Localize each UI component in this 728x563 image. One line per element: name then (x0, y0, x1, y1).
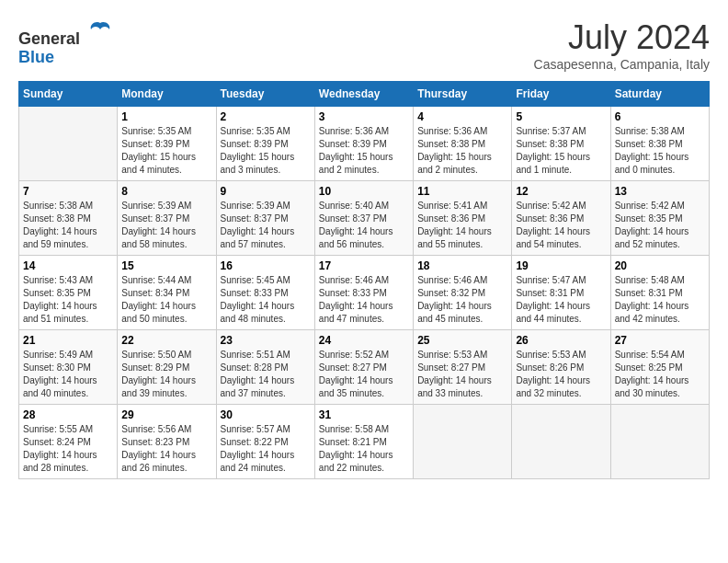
calendar-cell: 23Sunrise: 5:51 AM Sunset: 8:28 PM Dayli… (216, 330, 314, 405)
day-info: Sunrise: 5:53 AM Sunset: 8:27 PM Dayligh… (417, 349, 507, 400)
day-number: 29 (121, 408, 211, 421)
week-row-2: 7Sunrise: 5:38 AM Sunset: 8:38 PM Daylig… (19, 181, 710, 256)
calendar-cell: 3Sunrise: 5:36 AM Sunset: 8:39 PM Daylig… (314, 107, 413, 181)
weekday-header-monday: Monday (118, 82, 216, 107)
day-number: 7 (23, 185, 113, 198)
header: General Blue July 2024 Casapesenna, Camp… (18, 18, 710, 72)
day-number: 18 (417, 259, 507, 272)
day-number: 16 (221, 259, 311, 272)
day-info: Sunrise: 5:46 AM Sunset: 8:33 PM Dayligh… (319, 274, 409, 326)
day-info: Sunrise: 5:38 AM Sunset: 8:38 PM Dayligh… (23, 200, 113, 251)
day-info: Sunrise: 5:36 AM Sunset: 8:39 PM Dayligh… (319, 125, 409, 177)
week-row-4: 21Sunrise: 5:49 AM Sunset: 8:30 PM Dayli… (19, 330, 710, 405)
day-info: Sunrise: 5:37 AM Sunset: 8:38 PM Dayligh… (516, 125, 606, 177)
day-number: 8 (121, 185, 211, 198)
day-info: Sunrise: 5:55 AM Sunset: 8:24 PM Dayligh… (23, 423, 113, 475)
calendar-cell: 27Sunrise: 5:54 AM Sunset: 8:25 PM Dayli… (610, 330, 709, 405)
calendar-cell (414, 405, 512, 479)
day-info: Sunrise: 5:38 AM Sunset: 8:38 PM Dayligh… (615, 125, 705, 177)
calendar-cell: 16Sunrise: 5:45 AM Sunset: 8:33 PM Dayli… (216, 256, 314, 330)
day-number: 5 (516, 110, 606, 123)
day-info: Sunrise: 5:46 AM Sunset: 8:32 PM Dayligh… (417, 274, 507, 326)
day-number: 4 (417, 110, 507, 123)
day-info: Sunrise: 5:45 AM Sunset: 8:33 PM Dayligh… (221, 274, 311, 326)
week-row-5: 28Sunrise: 5:55 AM Sunset: 8:24 PM Dayli… (19, 405, 710, 479)
calendar-cell: 22Sunrise: 5:50 AM Sunset: 8:29 PM Dayli… (118, 330, 216, 405)
day-info: Sunrise: 5:42 AM Sunset: 8:35 PM Dayligh… (615, 200, 705, 251)
day-info: Sunrise: 5:47 AM Sunset: 8:31 PM Dayligh… (516, 274, 606, 326)
calendar-cell: 20Sunrise: 5:48 AM Sunset: 8:31 PM Dayli… (610, 256, 709, 330)
day-number: 19 (516, 259, 606, 272)
day-info: Sunrise: 5:54 AM Sunset: 8:25 PM Dayligh… (615, 349, 705, 400)
logo-blue: Blue (18, 48, 54, 66)
day-number: 30 (221, 408, 311, 421)
calendar-cell: 8Sunrise: 5:39 AM Sunset: 8:37 PM Daylig… (118, 181, 216, 256)
day-number: 25 (417, 334, 507, 347)
calendar-cell: 4Sunrise: 5:36 AM Sunset: 8:38 PM Daylig… (414, 107, 512, 181)
calendar-cell: 21Sunrise: 5:49 AM Sunset: 8:30 PM Dayli… (19, 330, 118, 405)
calendar-table: SundayMondayTuesdayWednesdayThursdayFrid… (18, 81, 710, 479)
calendar-cell: 12Sunrise: 5:42 AM Sunset: 8:36 PM Dayli… (512, 181, 610, 256)
day-number: 20 (615, 259, 705, 272)
logo: General Blue (18, 18, 113, 67)
day-number: 6 (615, 110, 705, 123)
day-number: 3 (319, 110, 409, 123)
calendar-cell (19, 107, 118, 181)
day-number: 2 (221, 110, 311, 123)
calendar-cell: 31Sunrise: 5:58 AM Sunset: 8:21 PM Dayli… (314, 405, 413, 479)
day-info: Sunrise: 5:40 AM Sunset: 8:37 PM Dayligh… (319, 200, 409, 251)
weekday-header-wednesday: Wednesday (314, 82, 413, 107)
weekday-header-row: SundayMondayTuesdayWednesdayThursdayFrid… (19, 82, 710, 107)
weekday-header-saturday: Saturday (610, 82, 709, 107)
calendar-cell: 1Sunrise: 5:35 AM Sunset: 8:39 PM Daylig… (118, 107, 216, 181)
calendar-cell: 10Sunrise: 5:40 AM Sunset: 8:37 PM Dayli… (314, 181, 413, 256)
calendar-cell (512, 405, 610, 479)
calendar-cell: 19Sunrise: 5:47 AM Sunset: 8:31 PM Dayli… (512, 256, 610, 330)
calendar-cell: 11Sunrise: 5:41 AM Sunset: 8:36 PM Dayli… (414, 181, 512, 256)
calendar-cell (610, 405, 709, 479)
calendar-cell: 2Sunrise: 5:35 AM Sunset: 8:39 PM Daylig… (216, 107, 314, 181)
calendar-cell: 7Sunrise: 5:38 AM Sunset: 8:38 PM Daylig… (19, 181, 118, 256)
title-area: July 2024 Casapesenna, Campania, Italy (534, 18, 710, 72)
day-number: 31 (319, 408, 409, 421)
day-info: Sunrise: 5:58 AM Sunset: 8:21 PM Dayligh… (319, 423, 409, 475)
calendar-cell: 13Sunrise: 5:42 AM Sunset: 8:35 PM Dayli… (610, 181, 709, 256)
logo-general: General (18, 29, 80, 48)
calendar-cell: 28Sunrise: 5:55 AM Sunset: 8:24 PM Dayli… (19, 405, 118, 479)
week-row-3: 14Sunrise: 5:43 AM Sunset: 8:35 PM Dayli… (19, 256, 710, 330)
day-number: 24 (319, 334, 409, 347)
calendar-cell: 30Sunrise: 5:57 AM Sunset: 8:22 PM Dayli… (216, 405, 314, 479)
month-title: July 2024 (534, 18, 710, 57)
day-info: Sunrise: 5:44 AM Sunset: 8:34 PM Dayligh… (121, 274, 211, 326)
calendar-cell: 24Sunrise: 5:52 AM Sunset: 8:27 PM Dayli… (314, 330, 413, 405)
day-number: 10 (319, 185, 409, 198)
weekday-header-sunday: Sunday (19, 82, 118, 107)
day-number: 26 (516, 334, 606, 347)
logo-bird-icon (87, 18, 113, 44)
calendar-cell: 6Sunrise: 5:38 AM Sunset: 8:38 PM Daylig… (610, 107, 709, 181)
day-info: Sunrise: 5:52 AM Sunset: 8:27 PM Dayligh… (319, 349, 409, 400)
calendar-cell: 26Sunrise: 5:53 AM Sunset: 8:26 PM Dayli… (512, 330, 610, 405)
calendar-cell: 15Sunrise: 5:44 AM Sunset: 8:34 PM Dayli… (118, 256, 216, 330)
day-info: Sunrise: 5:51 AM Sunset: 8:28 PM Dayligh… (221, 349, 311, 400)
weekday-header-tuesday: Tuesday (216, 82, 314, 107)
day-number: 28 (23, 408, 113, 421)
day-number: 22 (121, 334, 211, 347)
calendar-cell: 14Sunrise: 5:43 AM Sunset: 8:35 PM Dayli… (19, 256, 118, 330)
day-info: Sunrise: 5:39 AM Sunset: 8:37 PM Dayligh… (121, 200, 211, 251)
calendar-cell: 17Sunrise: 5:46 AM Sunset: 8:33 PM Dayli… (314, 256, 413, 330)
weekday-header-thursday: Thursday (414, 82, 512, 107)
day-number: 27 (615, 334, 705, 347)
calendar-cell: 25Sunrise: 5:53 AM Sunset: 8:27 PM Dayli… (414, 330, 512, 405)
day-info: Sunrise: 5:57 AM Sunset: 8:22 PM Dayligh… (221, 423, 311, 475)
day-number: 17 (319, 259, 409, 272)
day-number: 14 (23, 259, 113, 272)
day-number: 11 (417, 185, 507, 198)
day-number: 1 (121, 110, 211, 123)
day-info: Sunrise: 5:42 AM Sunset: 8:36 PM Dayligh… (516, 200, 606, 251)
day-info: Sunrise: 5:56 AM Sunset: 8:23 PM Dayligh… (121, 423, 211, 475)
day-number: 9 (221, 185, 311, 198)
calendar-cell: 5Sunrise: 5:37 AM Sunset: 8:38 PM Daylig… (512, 107, 610, 181)
calendar-cell: 18Sunrise: 5:46 AM Sunset: 8:32 PM Dayli… (414, 256, 512, 330)
day-number: 12 (516, 185, 606, 198)
